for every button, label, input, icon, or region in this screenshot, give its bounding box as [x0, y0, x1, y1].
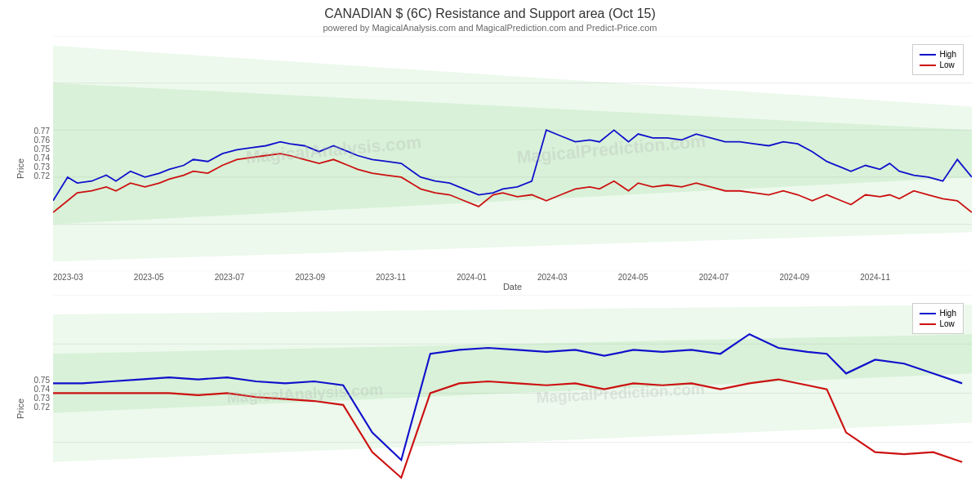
- page-wrapper: CANADIAN $ (6C) Resistance and Support a…: [0, 0, 980, 490]
- top-y-axis-container: Price 0.77 0.76 0.75 0.74 0.73 0.72: [8, 36, 53, 271]
- top-y-label: Price: [16, 158, 25, 179]
- bottom-y-label: Price: [16, 399, 25, 419]
- bottom-y-axis-container: Price 0.75 0.74 0.73 0.72: [8, 295, 53, 490]
- bottom-legend-high-line: [920, 313, 936, 314]
- subtitle: powered by MagicalAnalysis.com and Magic…: [8, 23, 972, 33]
- main-title: CANADIAN $ (6C) Resistance and Support a…: [8, 7, 972, 21]
- bottom-legend-low-line: [920, 323, 936, 325]
- top-legend-high-line: [920, 54, 936, 56]
- bottom-chart-area: Price 0.75 0.74 0.73 0.72: [8, 295, 972, 490]
- bottom-chart-wrapper: Price 0.75 0.74 0.73 0.72: [8, 295, 972, 490]
- top-legend-low-label: Low: [939, 60, 954, 69]
- top-legend: High Low: [912, 44, 964, 75]
- bottom-legend-low-label: Low: [939, 319, 954, 328]
- top-x-label: Date: [8, 282, 972, 292]
- charts-container: Price 0.77 0.76 0.75 0.74 0.73 0.72: [8, 36, 972, 490]
- bottom-chart-svg: MagicalAnalysis.com MagicalPrediction.co…: [53, 295, 972, 490]
- top-chart-svg: MagicalAnalysis.com MagicalPrediction.co…: [53, 36, 972, 271]
- bottom-legend-high-label: High: [939, 309, 956, 318]
- bottom-legend: High Low: [912, 303, 964, 334]
- top-legend-low: Low: [920, 60, 956, 69]
- top-chart-wrapper: Price 0.77 0.76 0.75 0.74 0.73 0.72: [8, 36, 972, 292]
- bottom-legend-low: Low: [920, 319, 956, 328]
- top-x-axis-labels: 2023-03 2023-05 2023-07 2023-09 2023-11 …: [8, 273, 972, 282]
- top-chart-svg-element: MagicalAnalysis.com MagicalPrediction.co…: [53, 36, 972, 271]
- top-legend-low-line: [920, 65, 936, 66]
- top-chart-area: Price 0.77 0.76 0.75 0.74 0.73 0.72: [8, 36, 972, 271]
- top-legend-high: High: [920, 50, 956, 59]
- bottom-chart-svg-element: MagicalAnalysis.com MagicalPrediction.co…: [53, 295, 972, 490]
- bottom-legend-high: High: [920, 309, 956, 318]
- top-legend-high-label: High: [939, 50, 956, 59]
